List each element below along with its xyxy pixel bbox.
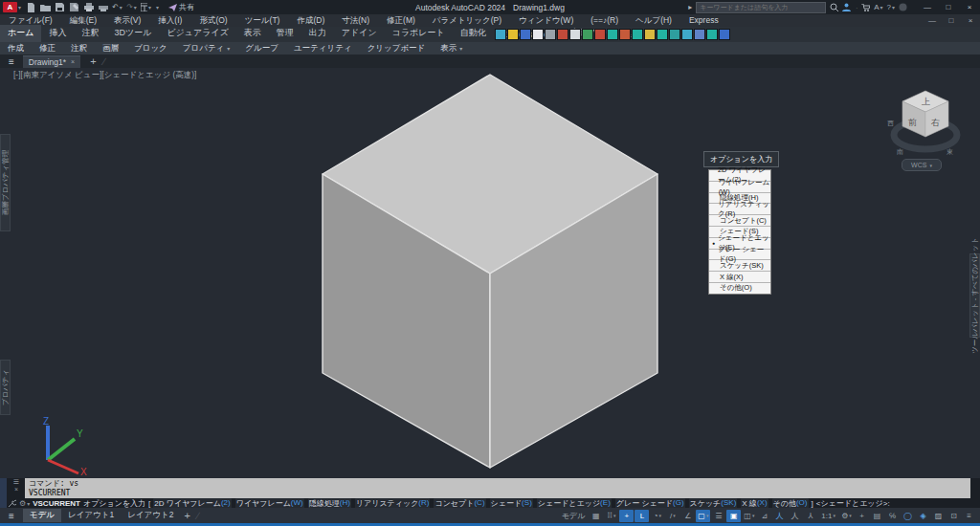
ribbon-panel-button[interactable]: 表示▾ [433,43,470,55]
sign-in-icon[interactable] [842,3,851,11]
ribbon-quick-icon[interactable] [495,29,506,40]
status-toggle[interactable]: ◔▾ [650,510,664,522]
status-toggle[interactable]: ▤▾ [870,510,884,522]
command-option-keyword[interactable]: 隠線処理(H) [308,498,351,508]
status-toggle[interactable]: ◈▾ [916,510,930,522]
ribbon-tab[interactable]: 自動化 [453,25,494,42]
ribbon-tab[interactable]: 表示 [236,25,269,42]
ribbon-tab[interactable]: 3Dツール [106,25,159,42]
ribbon-quick-icon[interactable] [619,29,631,40]
new-file-icon[interactable] [26,3,36,12]
assistant-icon[interactable] [899,3,907,11]
help-icon[interactable]: ?▾ [887,3,895,11]
ribbon-quick-icon[interactable] [582,29,593,40]
customize-wrench-icon[interactable] [8,499,16,508]
publish-icon[interactable] [98,3,108,12]
status-toggle[interactable]: +▾ [619,510,634,522]
ribbon-panel-button[interactable]: クリップボード▾ [360,43,434,55]
ribbon-panel-button[interactable]: 修正▾ [32,43,63,55]
status-toggle[interactable]: 人▾ [788,510,802,522]
layout-tab[interactable]: モデル [23,509,61,522]
ribbon-quick-icon[interactable] [706,29,718,40]
ribbon-quick-icon[interactable] [632,29,643,40]
ribbon-quick-icon[interactable] [657,29,668,40]
status-toggle[interactable]: ℅▾ [885,510,900,522]
undo-icon[interactable]: ↶▾ [112,3,122,12]
ribbon-panel-button[interactable]: 画層▾ [95,43,126,55]
layout-tab[interactable]: レイアウト1 [61,509,121,522]
doc-close-button[interactable]: × [961,14,980,27]
visual-style-option[interactable]: ● リアリスティック(R) [709,204,770,215]
ribbon-quick-icon[interactable] [681,29,693,40]
status-toggle[interactable]: ∠▾ [680,510,695,522]
status-toggle[interactable]: ▦▾ [589,510,603,522]
open-file-icon[interactable] [40,3,51,12]
command-option-keyword[interactable]: グレー シェード(G) [615,498,685,508]
layout-menu-icon[interactable]: ≡ [0,511,23,521]
status-toggle[interactable]: ⊡▾ [947,510,961,522]
menu-item[interactable]: Express [680,15,727,27]
ribbon-quick-icon[interactable] [532,29,544,40]
ribbon-quick-icon[interactable] [644,29,656,40]
visual-style-option[interactable]: ● その他(O) [709,283,770,294]
minimize-button[interactable]: — [917,0,938,14]
file-tab-menu-icon[interactable]: ≡ [0,56,23,67]
command-option-keyword[interactable]: シェードとエッジ(E) [537,498,612,508]
ucs-icon[interactable]: Z Y X [29,416,96,475]
ribbon-panel-button[interactable]: プロパティ▾ [175,43,238,55]
status-toggle[interactable]: ☰▾ [711,510,725,522]
search-expand-icon[interactable]: ▸ [688,3,692,11]
workspace-icon[interactable]: ▾ [141,3,151,12]
close-button[interactable]: × [959,0,980,14]
search-input[interactable] [696,2,826,13]
ribbon-quick-icon[interactable] [594,29,606,40]
doc-restore-button[interactable]: □ [942,14,961,27]
maximize-button[interactable]: □ [938,0,959,14]
doc-minimize-button[interactable]: — [923,14,942,27]
autodesk-app-icon[interactable]: A▾ [874,3,882,11]
compass-south-label[interactable]: 南 [897,148,903,155]
ribbon-panel-button[interactable]: 作成▾ [0,43,32,55]
visual-style-option[interactable]: ● グレー シェード(G) [709,250,770,261]
status-toggle[interactable]: ≡▾ [962,510,976,522]
status-toggle[interactable]: 1:1▾ [818,510,838,522]
status-toggle[interactable]: ⚙▾ [839,510,854,522]
command-close-icon[interactable]: × [14,486,18,493]
ribbon-quick-icon[interactable] [569,29,581,40]
file-tab-drawing1[interactable]: Drawing1* × [23,55,80,68]
ribbon-tab[interactable]: 挿入 [41,25,74,42]
ribbon-tab[interactable]: コラボレート [385,25,453,42]
ribbon-quick-icon[interactable] [520,29,531,40]
ribbon-quick-icon[interactable] [719,29,730,40]
ribbon-tab[interactable]: 注釈 [74,25,106,42]
recent-commands-icon[interactable]: ⚙▾ [19,499,30,508]
ribbon-tab[interactable]: ビジュアライズ [159,25,235,42]
sign-in-dropdown-icon[interactable]: · [856,5,858,11]
plot-icon[interactable] [83,3,94,12]
status-toggle[interactable]: ⊿▾ [757,510,771,522]
ribbon-quick-icon[interactable] [545,29,556,40]
command-option-keyword[interactable]: X 線(X) [741,498,768,508]
ribbon-quick-icon[interactable] [694,29,705,40]
qat-dropdown-icon[interactable]: ▾ [156,4,159,11]
status-toggle[interactable]: /▾ [665,510,679,522]
compass-west-label[interactable]: 西 [887,120,894,127]
command-history[interactable]: コマンド: vsVSCURRENT [25,478,970,498]
visual-style-option[interactable]: ● ワイヤフレーム(W) [709,182,770,193]
wcs-dropdown-button[interactable]: WCS ▾ [902,159,942,171]
status-toggle[interactable]: L▾ [635,510,649,522]
search-icon[interactable] [830,3,838,11]
status-toggle[interactable]: ▣▾ [726,510,741,522]
compass-east-label[interactable]: 東 [947,148,953,155]
visual-style-option[interactable]: ● X 線(X) [709,272,770,283]
palette-tab-properties[interactable]: プロパティ [0,360,11,415]
command-option-keyword[interactable]: その他(O) [772,498,809,508]
palette-tab-tool-palettes[interactable]: ツールパレット - すべてのパレット [969,253,980,338]
layout-tab[interactable]: レイアウト2 [121,509,180,522]
command-option-keyword[interactable]: 2D ワイヤフレーム(2) [153,498,231,508]
ribbon-quick-icon[interactable] [557,29,568,40]
ribbon-panel-button[interactable]: ユーティリティ▾ [286,43,360,55]
command-window-grip[interactable] [0,478,7,508]
ribbon-tab[interactable]: 出力 [301,25,334,42]
status-toggle[interactable]: +▾ [855,510,869,522]
